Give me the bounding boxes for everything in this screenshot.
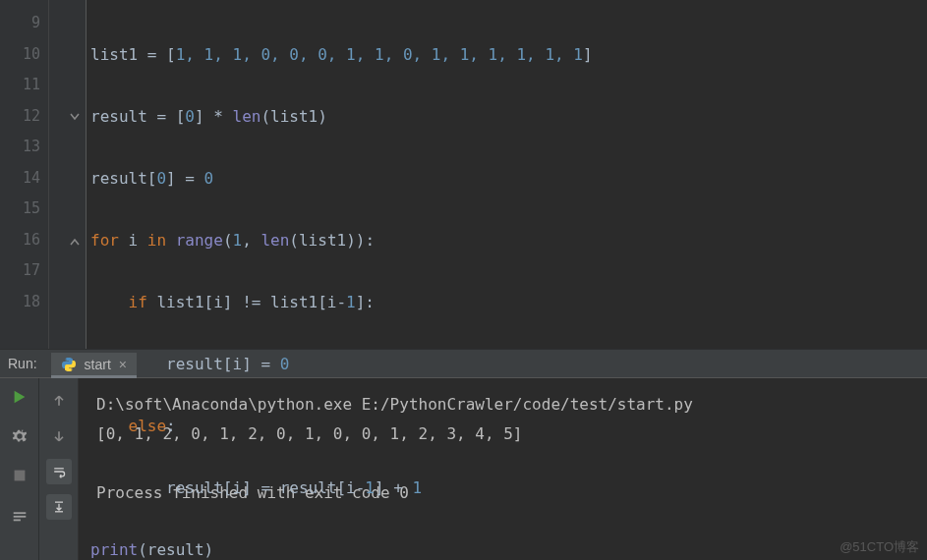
- code-line: else:: [90, 411, 927, 442]
- run-toolbar-left: [0, 378, 39, 560]
- svg-rect-2: [13, 516, 26, 518]
- fold-end-icon: [69, 236, 81, 248]
- python-icon: [61, 357, 77, 372]
- fold-gutter[interactable]: [49, 0, 87, 349]
- svg-rect-0: [14, 471, 25, 481]
- line-number[interactable]: 10: [0, 39, 40, 71]
- line-number[interactable]: 14: [0, 163, 40, 195]
- line-number[interactable]: 17: [0, 255, 40, 287]
- code-area[interactable]: list1 = [1, 1, 1, 0, 0, 0, 1, 1, 0, 1, 1…: [87, 0, 927, 349]
- code-line: result[0] = 0: [90, 163, 927, 195]
- soft-wrap-icon[interactable]: [46, 459, 72, 484]
- code-line: result = [0] * len(list1): [90, 101, 927, 133]
- line-number-gutter[interactable]: 9101112131415161718: [0, 0, 49, 349]
- line-number[interactable]: 13: [0, 132, 40, 163]
- code-line: result[i] = 0: [90, 349, 927, 380]
- stop-icon[interactable]: [11, 467, 29, 488]
- line-number[interactable]: 16: [0, 225, 40, 256]
- svg-rect-1: [13, 512, 26, 514]
- code-line: print(result): [90, 534, 927, 561]
- code-line: if list1[i] != list1[i-1]:: [90, 287, 927, 318]
- editor-pane: 9101112131415161718 list1 = [1, 1, 1, 0,…: [0, 0, 927, 349]
- line-number[interactable]: 9: [0, 8, 40, 39]
- up-icon[interactable]: [46, 388, 72, 414]
- code-text: 1, 1, 1, 0, 0, 0, 1, 1, 0, 1, 1, 1, 1, 1…: [176, 45, 583, 64]
- run-toolbar-secondary: [39, 378, 79, 560]
- down-icon[interactable]: [46, 423, 72, 449]
- scroll-to-end-icon[interactable]: [46, 494, 72, 520]
- code-line: for i in range(1, len(list1)):: [90, 225, 927, 256]
- layout-icon[interactable]: [11, 506, 29, 528]
- line-number[interactable]: 18: [0, 287, 40, 318]
- line-number[interactable]: 15: [0, 194, 40, 225]
- fold-toggle-icon[interactable]: [69, 111, 81, 123]
- run-label: Run:: [0, 356, 51, 371]
- code-line: result[i] = result[i-1] + 1: [90, 473, 927, 504]
- line-number[interactable]: 12: [0, 101, 40, 133]
- watermark-text: @51CTO博客: [840, 538, 919, 556]
- settings-icon[interactable]: [11, 427, 29, 449]
- rerun-icon[interactable]: [11, 388, 29, 410]
- line-number[interactable]: 11: [0, 70, 40, 101]
- svg-rect-3: [13, 520, 20, 522]
- code-line: list1 = [1, 1, 1, 0, 0, 0, 1, 1, 0, 1, 1…: [90, 39, 927, 71]
